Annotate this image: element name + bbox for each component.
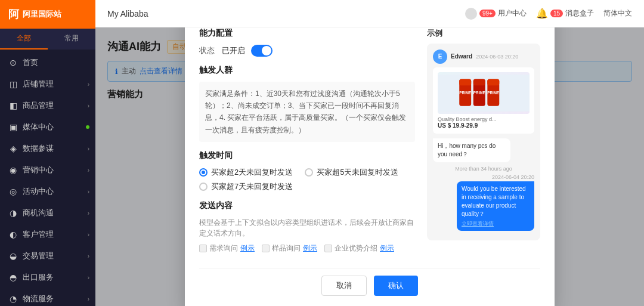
message-box-button[interactable]: 🔔 15 消息盒子 bbox=[536, 8, 594, 19]
message-box-label: 消息盒子 bbox=[565, 8, 594, 18]
checkbox-demand[interactable] bbox=[199, 245, 207, 252]
tag-demand-label: 需求询问 bbox=[209, 243, 238, 254]
status-toggle[interactable] bbox=[251, 44, 273, 56]
user-center-button[interactable]: 99+ 用户中心 bbox=[465, 8, 527, 20]
customer-icon: ◐ bbox=[8, 230, 18, 239]
tag-sample-label: 样品询问 bbox=[272, 243, 301, 254]
arrow-icon: › bbox=[88, 210, 89, 217]
topbar-title: My Alibaba bbox=[107, 9, 148, 18]
modal-dialog: 新买家跟进 ? × 能力配置 状态 已开启 bbox=[185, 27, 555, 306]
svg-rect-5 bbox=[473, 79, 485, 85]
radio-circle-2days bbox=[199, 168, 208, 177]
marketing-icon: ◉ bbox=[8, 165, 18, 175]
tag-advantage-example[interactable]: 例示 bbox=[380, 243, 394, 254]
sidebar-tabs: 全部 常用 bbox=[0, 29, 95, 50]
sidebar-item-activity[interactable]: ◎活动中心› bbox=[0, 181, 95, 202]
chat-link[interactable]: 立即查看详情 bbox=[462, 220, 530, 227]
bubble-received-1: Hi，how many pcs do you need？ bbox=[433, 138, 510, 162]
chat-time1: More than 34 hours ago bbox=[433, 165, 534, 171]
sidebar-item-opportunity[interactable]: ◑商机沟通› bbox=[0, 202, 95, 224]
chat-date2: 2024-06-04 20:20 bbox=[433, 174, 534, 180]
logo-icon: 阿 bbox=[8, 7, 19, 21]
product-icon: ◧ bbox=[8, 101, 18, 110]
sidebar-item-logistics[interactable]: ◔物流服务› bbox=[0, 288, 95, 306]
user-center-label: 用户中心 bbox=[498, 8, 527, 18]
radio-label-5days: 买家超5天未回复时发送 bbox=[317, 167, 398, 178]
sidebar-tab-all[interactable]: 全部 bbox=[0, 29, 48, 50]
dot-indicator bbox=[86, 125, 89, 129]
status-row: 状态 已开启 bbox=[199, 44, 415, 56]
modal-left: 能力配置 状态 已开启 触发人群 买家满足条件：1、近30天和您有过浅度沟通（沟… bbox=[199, 27, 415, 258]
arrow-icon: › bbox=[88, 103, 89, 109]
toggle-thumb bbox=[262, 45, 271, 55]
trade-icon: ◒ bbox=[8, 251, 18, 261]
arrow-icon: › bbox=[88, 167, 89, 174]
send-title: 发送内容 bbox=[199, 200, 415, 211]
cancel-button[interactable]: 取消 bbox=[321, 276, 367, 296]
radio-7days[interactable]: 买家超7天未回复时发送 bbox=[199, 181, 293, 192]
arrow-icon: › bbox=[88, 231, 89, 238]
confirm-button[interactable]: 确认 bbox=[374, 276, 418, 296]
send-tag-sample: 样品询问 例示 bbox=[262, 243, 317, 254]
chat-msg-sent-1: Would you be interested in receiving a s… bbox=[433, 181, 534, 231]
opportunity-icon: ◑ bbox=[8, 208, 18, 218]
radio-5days[interactable]: 买家超5天未回复时发送 bbox=[305, 167, 398, 178]
message-badge: 15 bbox=[550, 10, 563, 17]
topbar-right: 99+ 用户中心 🔔 15 消息盒子 简体中文 bbox=[465, 8, 632, 20]
crowd-title: 触发人群 bbox=[199, 64, 415, 75]
language-button[interactable]: 简体中文 bbox=[603, 8, 632, 18]
main-content: My Alibaba 99+ 用户中心 🔔 15 消息盒子 简体中文 沟通AI能… bbox=[95, 0, 644, 306]
data-icon: ◈ bbox=[8, 144, 18, 153]
bell-icon: 🔔 bbox=[536, 8, 548, 19]
status-on-label: 已开启 bbox=[222, 45, 245, 55]
radio-2days[interactable]: 买家超2天未回复时发送 bbox=[199, 167, 293, 178]
sidebar-item-data[interactable]: ◈数据参谋› bbox=[0, 138, 95, 159]
arrow-icon: › bbox=[88, 296, 89, 302]
sidebar-item-export[interactable]: ◓出口服务› bbox=[0, 267, 95, 288]
logo-text: 阿里国际站 bbox=[23, 9, 61, 20]
checkbox-sample[interactable] bbox=[262, 245, 270, 252]
chat-msg-received-1: Hi，how many pcs do you need？ bbox=[433, 138, 534, 162]
page-content: 沟通AI能力 自动跟待 ℹ 主动 点击查看详情 营销能力 新买家跟进 ? × bbox=[95, 27, 644, 306]
sidebar-item-customer[interactable]: ◐客户管理› bbox=[0, 224, 95, 245]
chat-username: Edward bbox=[451, 53, 472, 60]
user-avatar-chat: E bbox=[433, 49, 447, 63]
tag-advantage-label: 企业优势介绍 bbox=[335, 243, 377, 254]
example-panel: E Edward 2024-06-03 20:20 bbox=[427, 43, 540, 240]
tag-sample-example[interactable]: 例示 bbox=[303, 243, 317, 254]
radio-row-1: 买家超2天未回复时发送 买家超5天未回复时发送 bbox=[199, 167, 415, 178]
checkbox-advantage[interactable] bbox=[324, 245, 332, 252]
sidebar-menu: ⊙首页 ◫店铺管理› ◧商品管理› ▣媒体中心 ◈数据参谋› ◉营销中心› ◎活… bbox=[0, 50, 95, 306]
sidebar-item-marketing[interactable]: ◉营销中心› bbox=[0, 159, 95, 181]
home-icon: ⊙ bbox=[8, 58, 18, 67]
product-image: PRIME PRIME PRIME bbox=[438, 72, 530, 113]
sidebar-item-media[interactable]: ▣媒体中心 bbox=[0, 116, 95, 138]
modal-body: 能力配置 状态 已开启 触发人群 买家满足条件：1、近30天和您有过浅度沟通（沟… bbox=[199, 27, 540, 258]
export-icon: ◓ bbox=[8, 273, 18, 282]
svg-text:PRIME: PRIME bbox=[459, 90, 471, 94]
svg-rect-8 bbox=[487, 79, 499, 85]
sidebar-item-home[interactable]: ⊙首页 bbox=[0, 52, 95, 73]
time-title: 触发时间 bbox=[199, 150, 415, 161]
sidebar-tab-common[interactable]: 常用 bbox=[48, 29, 95, 50]
arrow-icon: › bbox=[88, 81, 89, 88]
svg-rect-2 bbox=[459, 79, 471, 85]
svg-text:PRIME: PRIME bbox=[473, 90, 485, 94]
chat-user-header: E Edward 2024-06-03 20:20 bbox=[433, 49, 534, 63]
arrow-icon: › bbox=[88, 274, 89, 281]
sidebar-item-store[interactable]: ◫店铺管理› bbox=[0, 73, 95, 95]
sidebar-item-product[interactable]: ◧商品管理› bbox=[0, 95, 95, 116]
product-illustration: PRIME PRIME PRIME bbox=[438, 72, 530, 113]
crowd-text: 买家满足条件：1、近30天和您有过浅度沟通（沟通轮次小于5轮）；2、尚未成交订单… bbox=[199, 81, 415, 142]
example-title: 示例 bbox=[427, 27, 540, 38]
modal-right: 示例 E Edward 2024-06-03 20:20 bbox=[427, 27, 540, 258]
arrow-icon: › bbox=[88, 188, 89, 195]
chat-date1: 2024-06-03 20:20 bbox=[476, 53, 518, 59]
activity-icon: ◎ bbox=[8, 187, 18, 196]
logo: 阿 阿里国际站 bbox=[0, 0, 95, 29]
store-icon: ◫ bbox=[8, 79, 18, 89]
sidebar-item-trade[interactable]: ◒交易管理› bbox=[0, 245, 95, 267]
send-section: 发送内容 模型会基于上下文拟合以内容类型组织进话术，后续会开放让商家自定义话术方… bbox=[199, 200, 415, 254]
tag-demand-example[interactable]: 例示 bbox=[240, 243, 255, 254]
send-tags: 需求询问 例示 样品询问 例示 企业优势介绍 例示 bbox=[199, 243, 415, 254]
